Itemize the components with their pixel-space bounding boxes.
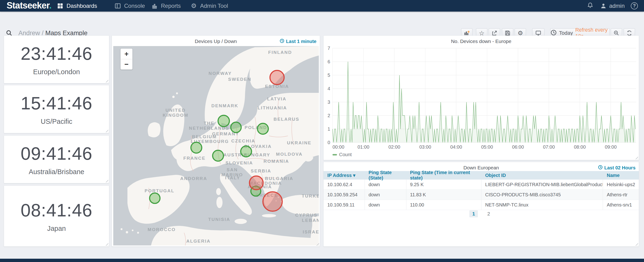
map-timeframe-label: Last 1 minute — [286, 39, 316, 44]
logo-text: Statseeker — [6, 1, 49, 11]
device-marker-up[interactable] — [150, 193, 160, 203]
y-axis-tick: 4 — [328, 86, 330, 91]
device-marker-up[interactable] — [212, 150, 224, 161]
x-axis-tick: 08:00 — [574, 144, 586, 150]
table-cell: Athens-rtr — [603, 190, 639, 200]
breadcrumb-toolbar-row: Andrew / Maps Example ☆ ⚙ Today Refresh … — [0, 12, 644, 29]
user-avatar-icon — [600, 2, 607, 10]
device-marker-up[interactable] — [241, 146, 252, 157]
country-label: MOROCCO — [148, 227, 176, 232]
device-marker-down[interactable] — [263, 192, 282, 211]
nav-item-admin-tool[interactable]: ⚙ Admin Tool — [190, 0, 228, 12]
resize-handle[interactable] — [105, 129, 108, 132]
country-label: UNITEDKINGDOM — [162, 108, 188, 118]
clock-widget-brisbane: 09:41:46 Australia/Brisbane — [4, 135, 109, 183]
nav-item-dashboards[interactable]: Dashboards — [57, 0, 97, 12]
country-label: CZECHIA — [231, 138, 255, 143]
country-label: ALGERIA — [186, 239, 211, 243]
dashboard-page: Statseeker. Dashboards Console Reports ⚙… — [0, 0, 644, 262]
column-header-5[interactable]: Name — [603, 171, 639, 180]
table-cell: down — [365, 190, 406, 200]
resize-handle[interactable] — [105, 243, 108, 246]
page-button-2[interactable]: 2 — [484, 210, 493, 217]
reports-chart-icon — [151, 2, 158, 10]
table-row[interactable]: 10.100.59.254down11.83 KCISCO-PRODUCTS-M… — [324, 190, 639, 200]
device-marker-up[interactable] — [218, 115, 230, 127]
device-marker-up[interactable] — [258, 123, 268, 134]
country-label: CYPRUS — [295, 213, 318, 218]
table-cell: 10.100.59.254 — [324, 190, 365, 200]
table-cell: down — [365, 180, 406, 189]
map-timeframe-link[interactable]: Last 1 minute — [280, 39, 316, 44]
devices-down-chart[interactable]: 0123456700:0001:0002:0003:0004:0005:0006… — [324, 36, 639, 160]
chart-legend[interactable]: Count — [332, 152, 352, 157]
y-axis-tick: 7 — [328, 46, 330, 51]
table-row[interactable]: 10.100.62.4down9.25 KLIEBERT-GP-REGISTRA… — [324, 180, 639, 190]
x-axis-tick: 02:00 — [388, 144, 400, 150]
table-cell: 10.100.62.4 — [324, 180, 365, 189]
console-window-icon — [114, 2, 121, 10]
country-label: TUNISIA — [208, 217, 230, 222]
clock-time: 23:41:46 — [21, 43, 92, 64]
clock-icon — [598, 165, 603, 171]
table-cell: 110.00 — [406, 200, 482, 210]
resize-handle[interactable] — [105, 79, 108, 82]
logo-dot: . — [49, 1, 52, 11]
statseeker-logo[interactable]: Statseeker. — [6, 1, 52, 11]
table-header-row: IP Address ▾Ping State (State)Ping State… — [324, 171, 639, 180]
column-header-4[interactable]: Object ID — [482, 171, 603, 180]
notifications-bell-icon[interactable] — [587, 2, 594, 10]
map-panel: Devices Up / Down Last 1 minute — [112, 36, 320, 247]
x-axis-tick: 03:00 — [419, 144, 431, 150]
clock-widget-london: 23:41:46 Europe/London — [4, 36, 109, 83]
nav-label: Reports — [161, 3, 181, 9]
x-axis-tick: 05:00 — [481, 144, 493, 150]
clock-widget-japan: 08:41:46 Japan — [4, 185, 109, 247]
nav-label: Dashboards — [66, 3, 97, 9]
username-label: admin — [609, 3, 625, 9]
page-button-1[interactable]: 1 — [469, 210, 478, 217]
y-axis-tick: 5 — [328, 73, 330, 78]
clock-time: 08:41:46 — [21, 200, 92, 220]
clock-time: 09:41:46 — [21, 143, 92, 164]
table-cell: NET-SNMP-TC.linux — [482, 200, 603, 210]
column-header-1[interactable]: IP Address ▾ — [324, 171, 365, 180]
resize-handle[interactable] — [635, 243, 638, 246]
device-marker-up[interactable] — [191, 142, 202, 153]
clock-time: 15:41:46 — [21, 93, 92, 113]
country-label: ROMANIA — [264, 159, 289, 164]
table-cell: CISCO-PRODUCTS-MIB.cisco3745 — [482, 190, 603, 200]
nav-item-reports[interactable]: Reports — [151, 0, 181, 12]
column-header-2[interactable]: Ping State (State) — [365, 171, 406, 180]
nav-item-console[interactable]: Console — [114, 0, 145, 12]
table-cell: 10.100.59.11 — [324, 200, 365, 210]
footer-bar — [0, 259, 644, 262]
clock-zone: Japan — [47, 225, 66, 232]
country-label: NORWAY — [208, 71, 232, 76]
country-label: ANDORRA — [180, 176, 208, 181]
table-cell: 11.83 K — [406, 190, 482, 200]
table-cell: Helsinki-ups2 — [603, 180, 639, 189]
x-axis-tick: 04:00 — [450, 144, 462, 150]
column-header-3[interactable]: Ping State (Time in current state) — [406, 171, 482, 180]
country-label: BELGIUM — [192, 134, 217, 139]
x-axis-tick: 09:00 — [605, 144, 617, 150]
country-label: ITALY — [225, 175, 240, 180]
device-marker-down[interactable] — [270, 70, 284, 85]
map-zoom-in-button[interactable]: + — [120, 49, 132, 59]
country-label: DENMARK — [212, 103, 238, 108]
map-zoom-out-button[interactable]: − — [120, 59, 132, 70]
y-axis-tick: 3 — [328, 99, 330, 105]
country-label: BELARUS — [274, 117, 299, 122]
resize-handle[interactable] — [105, 179, 108, 182]
country-label: BULGARIA — [265, 176, 293, 181]
help-icon[interactable]: ? — [631, 2, 638, 10]
top-navbar: Statseeker. Dashboards Console Reports ⚙… — [0, 0, 644, 12]
table-timeframe-link[interactable]: Last 02 Hours — [598, 165, 636, 171]
europe-map[interactable]: NORWAYSWEDENFINLANDESTONIALATVIALITHUANI… — [113, 46, 319, 245]
device-marker-down[interactable] — [250, 176, 263, 190]
table-row[interactable]: 10.100.59.11down110.00NET-SNMP-TC.linuxA… — [324, 200, 639, 210]
user-menu[interactable]: admin — [600, 2, 625, 10]
country-label: MOLDOVA — [276, 152, 302, 157]
device-marker-up[interactable] — [231, 122, 241, 133]
